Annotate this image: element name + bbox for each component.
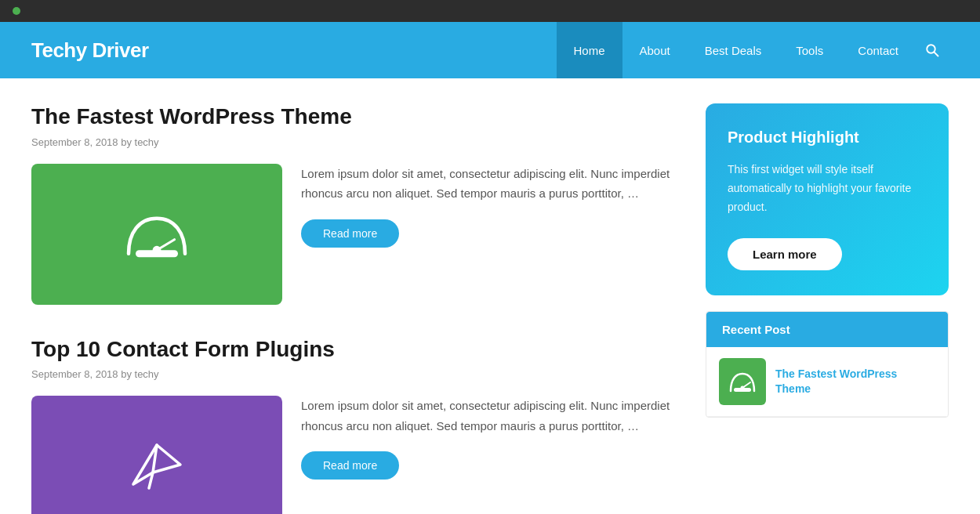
recent-posts-widget: Recent Post The Fastest WordPress Theme <box>706 311 949 418</box>
site-title: Techy Driver <box>31 38 557 63</box>
top-bar <box>0 0 980 22</box>
recent-post-title-1[interactable]: The Fastest WordPress Theme <box>775 367 935 397</box>
article-1-text: Lorem ipsum dolor sit amet, consectetur … <box>301 164 674 248</box>
nav-item-contact[interactable]: Contact <box>840 22 916 78</box>
nav-item-about[interactable]: About <box>622 22 688 78</box>
highlight-text: This first widget will style itself auto… <box>728 161 927 216</box>
main-nav: Home About Best Deals Tools Contact <box>557 22 949 78</box>
status-dot <box>13 7 20 15</box>
svg-line-4 <box>157 239 175 250</box>
speedometer-icon <box>122 207 192 262</box>
nav-item-best-deals[interactable]: Best Deals <box>688 22 779 78</box>
sidebar: Product Highlight This first widget will… <box>706 103 949 514</box>
article-1-meta: September 8, 2018 by techy <box>31 136 674 148</box>
main-container: The Fastest WordPress Theme September 8,… <box>0 78 980 514</box>
article-1-title: The Fastest WordPress Theme <box>31 103 674 130</box>
read-more-button-2[interactable]: Read more <box>301 451 399 480</box>
article-2-meta: September 8, 2018 by techy <box>31 368 674 380</box>
product-highlight-widget: Product Highlight This first widget will… <box>706 103 949 295</box>
recent-post-item-1: The Fastest WordPress Theme <box>706 347 948 417</box>
svg-line-1 <box>935 52 938 56</box>
article-2-title: Top 10 Contact Form Plugins <box>31 336 674 363</box>
paper-plane-icon <box>125 433 188 499</box>
read-more-button-1[interactable]: Read more <box>301 219 399 248</box>
search-icon[interactable] <box>916 22 949 78</box>
site-header: Techy Driver Home About Best Deals Tools… <box>0 22 980 78</box>
recent-posts-header: Recent Post <box>706 312 948 347</box>
article-1-thumbnail <box>31 164 282 305</box>
nav-item-tools[interactable]: Tools <box>779 22 840 78</box>
article-1-body: Lorem ipsum dolor sit amet, consectetur … <box>31 164 674 305</box>
article-2-body: Lorem ipsum dolor sit amet, consectetur … <box>31 396 674 514</box>
highlight-title: Product Highlight <box>728 128 927 147</box>
svg-line-10 <box>742 382 750 388</box>
learn-more-button[interactable]: Learn more <box>728 238 842 270</box>
article-2-text: Lorem ipsum dolor sit amet, consectetur … <box>301 396 674 480</box>
content-area: The Fastest WordPress Theme September 8,… <box>31 103 674 514</box>
article-2-thumbnail <box>31 396 282 514</box>
article-2: Top 10 Contact Form Plugins September 8,… <box>31 336 674 514</box>
nav-item-home[interactable]: Home <box>557 22 622 78</box>
article-2-excerpt: Lorem ipsum dolor sit amet, consectetur … <box>301 396 674 436</box>
article-1: The Fastest WordPress Theme September 8,… <box>31 103 674 305</box>
article-1-excerpt: Lorem ipsum dolor sit amet, consectetur … <box>301 164 674 204</box>
recent-post-thumbnail-1 <box>719 358 766 405</box>
